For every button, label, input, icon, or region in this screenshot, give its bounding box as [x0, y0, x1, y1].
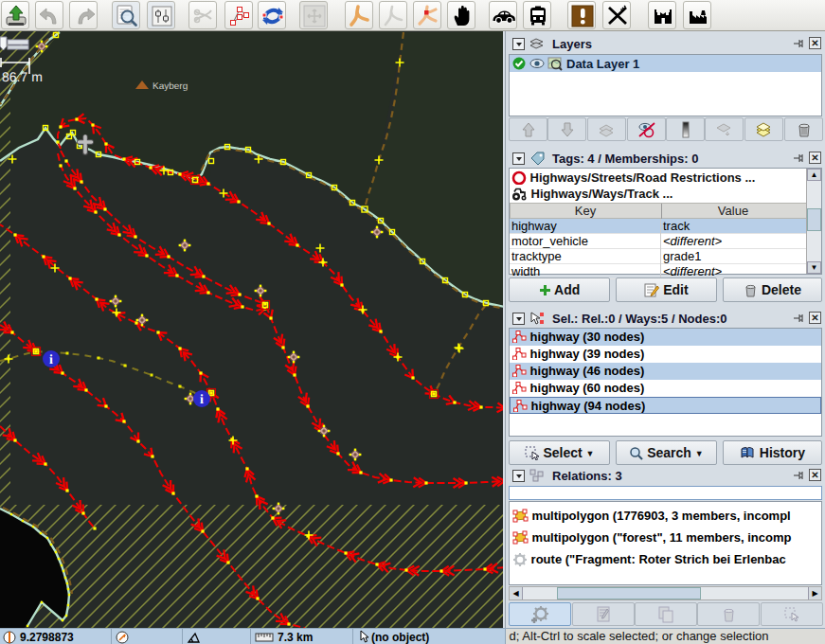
svg-text:86.7 m: 86.7 m [2, 69, 43, 84]
svg-text:i: i [49, 353, 53, 367]
svg-text:Kayberg: Kayberg [152, 81, 188, 92]
svg-text:i: i [200, 393, 204, 407]
